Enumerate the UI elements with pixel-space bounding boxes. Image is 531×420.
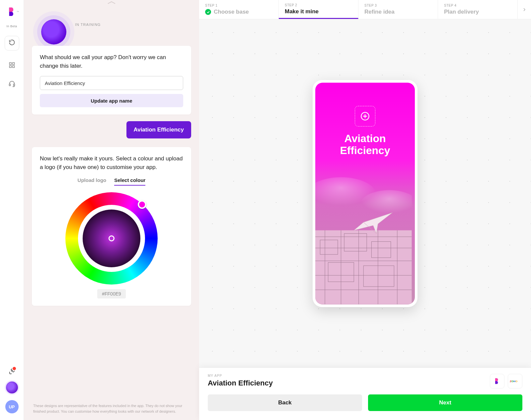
- svg-rect-4: [9, 84, 10, 86]
- left-sidebar: ™ In Beta UP: [0, 0, 24, 420]
- step-num: STEP 1: [205, 4, 272, 7]
- step-num: STEP 2: [285, 3, 352, 7]
- brand-logo: [6, 5, 18, 17]
- customise-prompt: Now let's really make it yours. Select a…: [40, 154, 183, 171]
- footer-bar: MY APP Aviation Efficiency ZOHO Back Nex…: [199, 368, 531, 420]
- beta-text: In Beta: [6, 25, 17, 28]
- update-name-button[interactable]: Update app name: [40, 94, 183, 107]
- stepper: STEP 1 Choose base STEP 2 Make it mine S…: [199, 0, 531, 19]
- step-title-text: Plan delivery: [444, 9, 479, 15]
- panel-collapse-handle[interactable]: [32, 0, 191, 5]
- svg-rect-0: [9, 63, 11, 65]
- step-plan-delivery[interactable]: STEP 4 Plan delivery: [438, 0, 518, 19]
- brightness-handle[interactable]: [109, 235, 114, 241]
- step-make-it-mine[interactable]: STEP 2 Make it mine: [279, 0, 358, 19]
- user-reply-bubble: Aviation Efficiency: [126, 121, 191, 138]
- phone-frame: Aviation Efficiency: [313, 80, 417, 307]
- tab-select-colour[interactable]: Select colour: [114, 177, 145, 186]
- my-app-name: Aviation Efficiency: [208, 379, 273, 387]
- hue-handle[interactable]: [138, 200, 146, 209]
- name-prompt: What should we call your app? Don't worr…: [40, 53, 183, 70]
- step-refine-idea[interactable]: STEP 3 Refine idea: [358, 0, 438, 19]
- svg-text:ZOHO: ZOHO: [510, 380, 517, 383]
- disclaimer-text: These designs are representative of the …: [32, 403, 191, 420]
- headset-icon[interactable]: [8, 80, 16, 88]
- next-button[interactable]: Next: [368, 394, 522, 411]
- svg-point-6: [12, 370, 13, 371]
- apps-grid-icon[interactable]: [8, 61, 16, 69]
- stepper-scroll-right[interactable]: [518, 0, 531, 19]
- undo-icon: [9, 39, 15, 47]
- tab-upload-logo[interactable]: Upload logo: [78, 177, 107, 186]
- title-line-2: Efficiency: [340, 144, 390, 157]
- step-title-text: Make it mine: [285, 8, 319, 15]
- svg-rect-2: [9, 66, 11, 68]
- app-name-input[interactable]: [40, 76, 183, 90]
- svg-rect-3: [12, 66, 14, 68]
- check-icon: [205, 9, 211, 15]
- user-avatar[interactable]: UP: [5, 400, 19, 413]
- preview-app-title: Aviation Efficiency: [340, 132, 390, 157]
- preview-canvas[interactable]: Aviation Efficiency: [199, 19, 531, 368]
- name-card: What should we call your app? Don't worr…: [32, 46, 191, 115]
- customise-card: Now let's really make it yours. Select a…: [32, 147, 191, 306]
- step-choose-base[interactable]: STEP 1 Choose base: [199, 0, 279, 19]
- chat-panel: IN TRAINING What should we call your app…: [24, 0, 199, 420]
- title-line-1: Aviation: [340, 132, 390, 145]
- hex-value: #FF00E9: [97, 289, 126, 298]
- assistant-orb-small[interactable]: [6, 381, 18, 393]
- training-label: IN TRAINING: [75, 23, 101, 27]
- step-title-text: Refine idea: [364, 9, 395, 15]
- step-num: STEP 4: [444, 4, 511, 7]
- add-logo-tile[interactable]: [355, 106, 375, 126]
- svg-rect-1: [12, 63, 14, 65]
- my-app-label: MY APP: [208, 374, 273, 378]
- builder-logo-icon: [490, 374, 504, 388]
- rocket-icon[interactable]: [8, 367, 16, 375]
- partner-logo-icon: ZOHO: [508, 374, 522, 388]
- beta-label: ™: [11, 17, 13, 23]
- back-button[interactable]: Back: [208, 394, 362, 411]
- svg-rect-5: [13, 84, 15, 86]
- undo-button[interactable]: [5, 36, 19, 50]
- colour-wheel[interactable]: [65, 192, 158, 285]
- step-num: STEP 3: [364, 4, 432, 7]
- step-title-text: Choose base: [214, 9, 249, 15]
- assistant-orb: [41, 19, 66, 44]
